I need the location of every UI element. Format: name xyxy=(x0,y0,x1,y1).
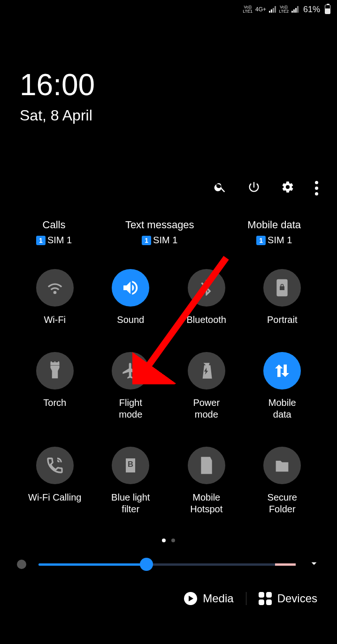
expand-brightness-icon[interactable] xyxy=(308,557,320,571)
toggle-torch[interactable]: Torch xyxy=(17,352,93,420)
toggle-mobile-data[interactable]: Mobile data xyxy=(245,352,321,420)
toggle-portrait[interactable]: Portrait xyxy=(245,269,321,326)
toggle-wifi-calling[interactable]: Wi-Fi Calling xyxy=(17,447,93,515)
signal-sim2-icon xyxy=(291,6,299,13)
more-options-icon[interactable] xyxy=(315,181,318,195)
signal-sim1-icon xyxy=(269,6,276,13)
play-icon xyxy=(184,592,197,605)
wifi-calling-icon xyxy=(46,456,64,475)
toggle-secure-folder[interactable]: Secure Folder xyxy=(245,447,321,515)
brightness-slider[interactable] xyxy=(38,563,296,566)
mobile-data-icon xyxy=(273,361,291,380)
power-icon[interactable] xyxy=(247,180,260,195)
blue-light-icon: B xyxy=(121,456,140,475)
wifi-icon xyxy=(46,278,64,297)
toggle-sound[interactable]: Sound xyxy=(93,269,169,326)
battery-percentage: 61% xyxy=(303,5,320,15)
airplane-icon xyxy=(121,361,140,380)
toggle-blue-light[interactable]: B Blue light filter xyxy=(93,447,169,515)
secure-folder-icon xyxy=(273,456,291,475)
toggle-bluetooth[interactable]: Bluetooth xyxy=(168,269,245,326)
sim-pref-calls[interactable]: Calls 1SIM 1 xyxy=(36,219,72,246)
power-mode-icon xyxy=(197,361,216,380)
time-text: 16:00 xyxy=(20,68,337,101)
sim-pref-data[interactable]: Mobile data 1SIM 1 xyxy=(247,219,301,246)
sim-pref-texts[interactable]: Text messages 1SIM 1 xyxy=(125,219,194,246)
page-indicator[interactable] xyxy=(0,515,337,544)
bluetooth-icon xyxy=(197,278,216,297)
brightness-icon xyxy=(17,560,26,569)
clock-header: 16:00 Sat, 8 April xyxy=(0,17,337,124)
volume-icon xyxy=(121,278,140,297)
devices-icon xyxy=(259,592,272,605)
hotspot-icon xyxy=(197,456,216,475)
svg-text:B: B xyxy=(128,460,133,469)
devices-button[interactable]: Devices xyxy=(259,592,317,605)
status-bar: Vo))LTE1 4G+ Vo))LTE2 61% xyxy=(0,0,337,17)
toggle-flight-mode[interactable]: Flight mode xyxy=(93,352,169,420)
battery-icon xyxy=(325,5,330,14)
toggle-power-mode[interactable]: Power mode xyxy=(168,352,245,420)
toggle-hotspot[interactable]: Mobile Hotspot xyxy=(168,447,245,515)
torch-icon xyxy=(46,361,64,380)
toggle-wifi[interactable]: Wi-Fi xyxy=(17,269,93,326)
portrait-lock-icon xyxy=(273,278,291,297)
settings-gear-icon[interactable] xyxy=(281,180,294,195)
date-text: Sat, 8 April xyxy=(20,107,337,124)
media-button[interactable]: Media xyxy=(184,592,233,605)
search-icon[interactable] xyxy=(214,180,227,195)
